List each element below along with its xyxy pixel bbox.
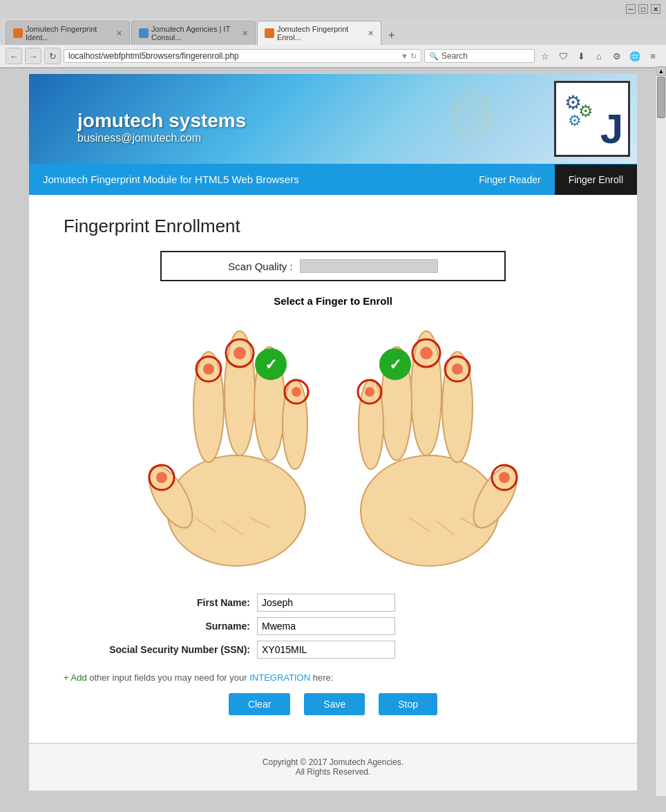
logo-inner: ⚙ ⚙ ⚙ J	[561, 88, 623, 150]
download-icon[interactable]: ⬇	[573, 48, 589, 64]
svg-point-4	[467, 111, 475, 120]
site-logo: ⚙ ⚙ ⚙ J	[554, 81, 630, 157]
scroll-thumb[interactable]	[657, 77, 665, 118]
logo-j: J	[600, 108, 623, 150]
svg-point-33	[452, 363, 463, 375]
tab-label-3: Jomutech Fingerprint Enrol...	[277, 25, 363, 41]
tab-icon-3	[265, 28, 274, 38]
site-title: jomutech systems	[77, 110, 246, 132]
tab-close-icon-2[interactable]: ✕	[242, 29, 248, 38]
tab-label: Jomutech Fingerprint Ident...	[26, 25, 112, 41]
tab-close-icon-3[interactable]: ✕	[368, 29, 374, 38]
toolbar-icons: ☆ 🛡 ⬇ ⌂ ⚙ 🌐 ≡	[537, 48, 660, 64]
search-text: Search	[441, 51, 468, 61]
site-nav: Jomutech Fingerprint Module for HTML5 We…	[29, 164, 637, 195]
back-button[interactable]: ←	[6, 48, 22, 64]
scan-quality-bar	[300, 259, 438, 273]
header-text: jomutech systems business@jomutech.com	[77, 110, 246, 144]
stop-button[interactable]: Stop	[379, 693, 437, 715]
integration-link[interactable]: INTEGRATION	[249, 672, 310, 683]
gear3-icon: ⚙	[568, 112, 582, 130]
tab-agencies[interactable]: Jomutech Agencies | IT Consul... ✕	[131, 21, 256, 45]
site-header: ⚙ ⚙ ⚙ J jomutech systems business@jomute…	[29, 74, 637, 164]
tab-fingerprint-ident[interactable]: Jomutech Fingerprint Ident... ✕	[6, 21, 130, 45]
nav-title: Jomutech Fingerprint Module for HTML5 We…	[29, 164, 465, 195]
tabs-bar: Jomutech Fingerprint Ident... ✕ Jomutech…	[0, 18, 666, 45]
clear-button[interactable]: Clear	[229, 693, 290, 715]
close-button[interactable]: ✕	[651, 4, 660, 14]
scrollbar[interactable]: ▲	[655, 66, 666, 796]
main-content: Fingerprint Enrollment Scan Quality : Se…	[29, 195, 637, 743]
add-link[interactable]: + Add	[64, 672, 87, 683]
fingerprint-watermark	[444, 81, 499, 150]
nav-finger-enroll[interactable]: Finger Enroll	[555, 164, 637, 195]
scan-quality-box: Scan Quality :	[160, 251, 506, 281]
tab-close-icon[interactable]: ✕	[116, 29, 122, 38]
svg-point-35	[420, 347, 432, 359]
home-icon[interactable]: ⌂	[591, 48, 607, 64]
page-title: Fingerprint Enrollment	[64, 209, 602, 237]
tab-icon-2	[139, 28, 149, 38]
new-tab-button[interactable]: +	[383, 26, 400, 45]
minimize-button[interactable]: ─	[626, 4, 636, 14]
save-button[interactable]: Save	[304, 693, 365, 715]
buttons-row: Clear Save Stop	[64, 693, 602, 715]
bookmark-icon[interactable]: ☆	[537, 48, 553, 64]
page-content: ⚙ ⚙ ⚙ J jomutech systems business@jomute…	[29, 74, 637, 791]
svg-point-31	[499, 472, 510, 483]
url-bar[interactable]: localhost/webfphtml5browsers/fingerenrol…	[64, 49, 421, 63]
form-section: First Name: Surname: Social Security Num…	[64, 594, 602, 659]
add-fields-suffix: here:	[313, 672, 334, 683]
svg-point-3	[464, 106, 479, 126]
settings-icon[interactable]: ⚙	[609, 48, 625, 64]
scroll-up-button[interactable]: ▲	[656, 66, 666, 76]
forward-button[interactable]: →	[25, 48, 41, 64]
surname-row: Surname:	[64, 617, 602, 635]
surname-input[interactable]	[257, 617, 395, 635]
menu-icon[interactable]: ≡	[645, 48, 660, 64]
maximize-button[interactable]: □	[638, 4, 648, 14]
hands-container: ✓	[64, 317, 602, 573]
url-text: localhost/webfphtml5browsers/fingerenrol…	[68, 51, 401, 61]
ssn-label: Social Security Number (SSN):	[64, 644, 257, 655]
search-icon: 🔍	[429, 52, 439, 61]
svg-point-14	[203, 363, 214, 375]
footer-line1: Copyright © 2017 Jomutech Agencies.	[43, 757, 623, 767]
svg-point-39	[365, 387, 374, 397]
shield-icon[interactable]: 🛡	[555, 48, 571, 64]
svg-text:✓: ✓	[389, 356, 401, 373]
refresh-button[interactable]: ↻	[44, 48, 61, 64]
tab-icon	[13, 28, 23, 38]
svg-point-16	[234, 347, 246, 359]
nav-finger-reader[interactable]: Finger Reader	[465, 164, 555, 195]
svg-point-20	[292, 387, 301, 397]
tab-enroll[interactable]: Jomutech Fingerprint Enrol... ✕	[257, 21, 381, 45]
first-name-input[interactable]	[257, 594, 395, 612]
ssn-input[interactable]	[257, 641, 395, 659]
tab-label-2: Jomutech Agencies | IT Consul...	[151, 25, 238, 41]
first-name-row: First Name:	[64, 594, 602, 612]
globe-icon[interactable]: 🌐	[627, 48, 643, 64]
site-email: business@jomutech.com	[77, 132, 246, 144]
right-hand: ✓	[347, 317, 533, 573]
add-fields-text: + Add other input fields you may need fo…	[64, 672, 602, 683]
address-bar: ← → ↻ localhost/webfphtml5browsers/finge…	[0, 45, 666, 68]
site-footer: Copyright © 2017 Jomutech Agencies. All …	[29, 743, 637, 791]
title-bar: ─ □ ✕	[0, 0, 666, 18]
first-name-label: First Name:	[64, 597, 257, 608]
svg-point-12	[156, 472, 167, 483]
svg-text:✓: ✓	[265, 356, 277, 373]
scan-quality-label: Scan Quality :	[228, 261, 292, 272]
footer-line2: All Rights Reserved.	[43, 767, 623, 777]
svg-point-1	[456, 95, 487, 135]
add-fields-middle: other input fields you may need for your	[89, 672, 249, 683]
left-hand: ✓	[133, 317, 319, 573]
surname-label: Surname:	[64, 621, 257, 632]
search-bar[interactable]: 🔍 Search	[424, 49, 535, 63]
url-icons: ▼ ↻	[401, 52, 417, 61]
select-finger-label: Select a Finger to Enroll	[64, 295, 602, 307]
svg-point-0	[452, 91, 491, 140]
ssn-row: Social Security Number (SSN):	[64, 641, 602, 659]
